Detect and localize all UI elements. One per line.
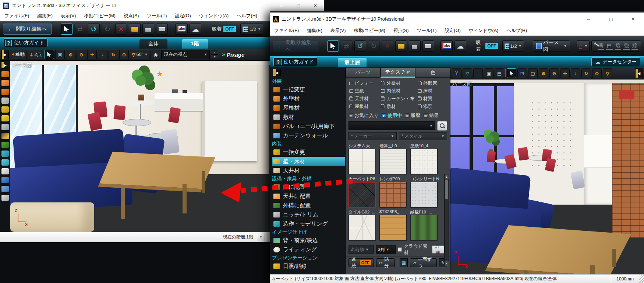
move-tool-button[interactable]: ⇄ xyxy=(341,40,353,52)
close-button[interactable]: × xyxy=(622,13,644,26)
snap-toggle[interactable]: 吸着 OFF xyxy=(209,24,238,35)
zoom-in-button[interactable]: ⊕ xyxy=(539,68,548,78)
garden-tree-icon[interactable] xyxy=(1,142,9,148)
maker-dropdown[interactable]: * メーカー▼ xyxy=(348,132,397,140)
texture-item[interactable]: 壁紙10_4... xyxy=(410,143,441,174)
cat-roof-material[interactable]: 屋根材 xyxy=(272,103,345,113)
filter-wallpaper[interactable]: 壁紙 xyxy=(349,88,381,95)
tab-texture[interactable]: テクスチャ xyxy=(381,67,415,78)
print-button[interactable] xyxy=(156,24,168,35)
roof-material-icon[interactable] xyxy=(1,89,9,95)
zoom-in-button[interactable]: ⊕ xyxy=(66,50,75,59)
drop-camera-button[interactable]: ↓ xyxy=(98,50,107,59)
results-filter[interactable]: ▦結果 xyxy=(423,112,439,119)
menu-tools[interactable]: ツール(T) xyxy=(417,28,436,34)
texture-preview[interactable] xyxy=(348,215,376,241)
style-dropdown[interactable]: * スタイル▼ xyxy=(399,132,447,140)
menu-edit[interactable]: 編集(E) xyxy=(37,13,53,19)
search-button[interactable] xyxy=(437,121,447,131)
orbit-button[interactable]: ⊙ xyxy=(592,68,602,78)
cloud-material-checkbox[interactable] xyxy=(398,247,402,252)
collapse-panel-icon[interactable]: ◀ xyxy=(273,69,281,76)
niche-trim-icon[interactable] xyxy=(1,159,9,166)
menu-settings[interactable]: 設定(O) xyxy=(445,28,461,34)
in-use-filter[interactable]: ▶使用中 xyxy=(382,112,402,119)
minimize-button[interactable]: – xyxy=(273,0,290,11)
select-tool-button[interactable] xyxy=(61,24,72,35)
pan-button[interactable]: ✛ xyxy=(87,50,97,59)
floor-dropdown[interactable]: ▼ xyxy=(257,234,265,241)
filter-paving[interactable]: 敷材 xyxy=(381,103,417,110)
menu-window[interactable]: ウィンドウ(A) xyxy=(199,13,229,19)
one-face-button[interactable]: ▱ 一面ずつ xyxy=(410,258,437,267)
pan-button[interactable]: ✛ xyxy=(560,68,570,78)
tab-top-layer[interactable]: 最上層 xyxy=(338,58,367,67)
exterior-batch-icon[interactable] xyxy=(1,71,9,77)
filter-exterior-floor[interactable]: 外部床 xyxy=(418,80,448,87)
texture-preview[interactable] xyxy=(379,182,407,208)
texture-item[interactable]: 絨毯F10_... xyxy=(410,209,441,241)
cat-ceiling-material[interactable]: 天井材 xyxy=(272,166,345,175)
maximize-button[interactable]: □ xyxy=(290,0,307,11)
columns-dropdown[interactable]: 3列▼ xyxy=(376,245,396,254)
filter-exterior-wall[interactable]: 外壁材 xyxy=(381,80,417,87)
ceiling-icon[interactable] xyxy=(1,124,9,130)
tab-floor1[interactable]: 1階 xyxy=(182,39,208,49)
menu-movecopy[interactable]: 移動/コピー(M) xyxy=(354,28,385,34)
two-point-button[interactable]: ⇣2点 xyxy=(28,50,43,59)
sidebar-expand-icon[interactable]: ▶ xyxy=(1,50,9,59)
move-tool-button[interactable]: ⇄ xyxy=(74,24,86,35)
undo-button[interactable]: ↺ xyxy=(354,40,366,52)
grid-scale-dropdown[interactable]: 1/2 ▼ xyxy=(240,24,263,35)
filter-curtain[interactable]: カーテン・布 xyxy=(381,95,417,102)
paving-icon[interactable] xyxy=(1,98,9,104)
menu-help[interactable]: ヘルプ(H) xyxy=(237,13,257,19)
background-image-icon[interactable] xyxy=(1,177,9,183)
thumbnail-scrollbar[interactable]: ▲ ▼ xyxy=(444,174,449,266)
cloud-upload-button[interactable]: ☁ xyxy=(454,40,466,52)
tab-color[interactable]: 色 xyxy=(415,67,450,78)
toggle-lines[interactable]: 線 xyxy=(631,42,638,50)
snap-toggle[interactable]: 吸着 OFF xyxy=(473,40,500,52)
texture-item[interactable]: 珪藻土L0... xyxy=(379,143,410,174)
add-button[interactable]: + xyxy=(473,68,483,78)
texture-preview-selected[interactable] xyxy=(348,182,376,208)
interior-batch-icon[interactable] xyxy=(1,106,9,113)
menu-tools[interactable]: ツール(T) xyxy=(147,13,167,19)
cat-batch-interior[interactable]: 一括変更 xyxy=(272,148,345,157)
texture-item[interactable]: コンクリートN... xyxy=(410,176,441,208)
camera-move-button[interactable]: ⌖移動 xyxy=(10,50,26,59)
floorplan-edit-button[interactable]: ← 間取り編集へ xyxy=(273,40,319,52)
magic-wand-icon[interactable] xyxy=(594,43,597,49)
cat-batch-exterior[interactable]: 一括変更 xyxy=(272,85,345,94)
save-button[interactable] xyxy=(142,24,154,35)
filter-floor[interactable]: 床材 xyxy=(418,88,448,95)
cat-sunlight[interactable]: 日照/斜線 xyxy=(272,262,345,271)
filter-ceiling[interactable]: 天井材 xyxy=(349,95,381,102)
usage-guide-button[interactable]: ? 使い方ガイド xyxy=(273,57,317,66)
exterior-wall-icon[interactable] xyxy=(1,80,9,86)
texture-item-selected[interactable]: カーペットP8... xyxy=(348,176,379,208)
drop-camera-button[interactable]: ↓ xyxy=(571,68,580,78)
layers-button[interactable]: ▤ xyxy=(495,68,504,78)
fullscreen-button[interactable]: ⊡ xyxy=(517,68,527,78)
close-button[interactable]: × xyxy=(307,0,324,11)
menu-file[interactable]: ファイル(F) xyxy=(4,13,29,19)
tab-parts[interactable]: パーツ xyxy=(346,67,381,78)
sort-dropdown[interactable]: 名前順▼ xyxy=(348,245,374,254)
cat-niche-trim[interactable]: ニッチ/トリム xyxy=(272,210,345,219)
lighting-bulb-icon[interactable] xyxy=(1,168,9,174)
orbit-button[interactable]: ⊙ xyxy=(119,50,129,59)
modeling-blocks-icon[interactable] xyxy=(1,151,9,157)
toggle-white-model[interactable]: 白 xyxy=(606,42,613,50)
marquee-zoom-button[interactable]: ▢ xyxy=(528,68,538,78)
perspective-view-dropdown[interactable]: パース図 ▼ xyxy=(533,40,570,52)
floorplan-edit-button[interactable]: ← 間取り編集へ xyxy=(3,24,52,35)
grid-scale-dropdown[interactable]: 1/2 ▼ xyxy=(502,40,524,52)
save-button[interactable] xyxy=(409,40,421,52)
presentation-board-button[interactable]: abc xyxy=(175,24,188,35)
fit-view-button[interactable]: ▣ xyxy=(55,50,65,59)
redo-button[interactable]: ↻ xyxy=(368,40,380,52)
cat-curtain-wall[interactable]: カーテンウォール xyxy=(272,131,345,140)
view-select-tool[interactable] xyxy=(45,50,54,59)
